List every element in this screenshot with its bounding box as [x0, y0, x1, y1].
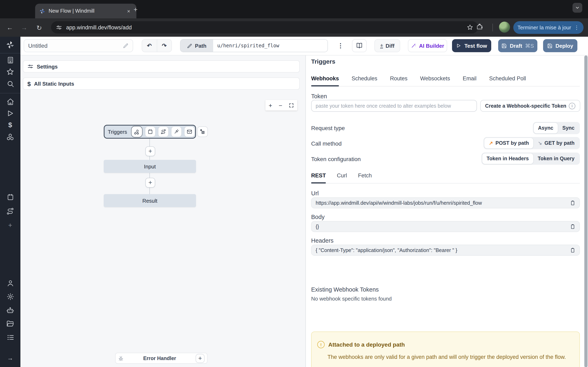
- zoom-out-icon[interactable]: −: [279, 102, 282, 108]
- triggers-node[interactable]: Triggers: [104, 125, 196, 139]
- diff-icon: ±: [380, 43, 383, 49]
- sidebar-item-home[interactable]: [6, 97, 15, 106]
- sidebar-item-workspace[interactable]: [6, 55, 15, 64]
- chrome-update-button[interactable]: Terminer la mise à jour ⋮: [513, 21, 584, 34]
- tab-rest[interactable]: REST: [311, 171, 326, 183]
- body-value: {}: [316, 224, 570, 229]
- result-node[interactable]: Result: [104, 194, 196, 207]
- create-token-button[interactable]: Create a Webhook-specific Token i: [480, 100, 580, 112]
- redo-icon[interactable]: ↷: [157, 42, 172, 49]
- ai-builder-button[interactable]: AI Builder: [408, 39, 447, 52]
- undo-icon[interactable]: ↶: [142, 42, 156, 49]
- more-options-kebab-icon[interactable]: ⋮: [336, 39, 346, 52]
- tab-email[interactable]: Email: [463, 74, 476, 86]
- copy-clipboard-icon[interactable]: [570, 224, 575, 229]
- fit-view-icon[interactable]: [289, 103, 294, 108]
- call-method-get[interactable]: ↘ GET by path: [534, 138, 579, 149]
- input-node[interactable]: Input: [104, 160, 196, 173]
- panel-scrollbar[interactable]: [584, 55, 588, 367]
- sidebar-item-create[interactable]: +: [6, 221, 15, 230]
- webhook-trigger-icon[interactable]: [131, 126, 143, 137]
- headers-field[interactable]: { "Content-Type": "application/json", "A…: [311, 245, 580, 256]
- copy-clipboard-icon[interactable]: [570, 200, 575, 206]
- url-field[interactable]: https://app.windmill.dev/api/w/windmill-…: [311, 197, 580, 208]
- sidebar-item-resources[interactable]: [6, 133, 15, 142]
- sidebar-item-search[interactable]: [6, 79, 15, 88]
- docs-button[interactable]: [352, 39, 367, 52]
- static-inputs-bar[interactable]: $ All Static Inputs: [23, 77, 300, 90]
- tab-curl[interactable]: Curl: [337, 171, 347, 183]
- back-icon[interactable]: ←: [5, 23, 15, 33]
- tab-fetch[interactable]: Fetch: [358, 171, 372, 183]
- sidebar-expand-icon[interactable]: →: [6, 353, 15, 362]
- tab-schedules[interactable]: Schedules: [352, 74, 377, 86]
- site-settings-icon[interactable]: [56, 24, 62, 30]
- token-in-headers[interactable]: Token in Headers: [482, 153, 533, 164]
- request-type-async[interactable]: Async: [534, 123, 558, 133]
- warning-header: ! Attached to a deployed path: [317, 341, 567, 348]
- reload-icon[interactable]: ↻: [34, 23, 44, 33]
- request-type-sync[interactable]: Sync: [558, 123, 579, 133]
- sidebar-item-routes[interactable]: [6, 207, 15, 216]
- dollar-icon: $: [27, 80, 31, 87]
- body-field[interactable]: {}: [311, 221, 580, 232]
- chrome-menu-kebab-icon[interactable]: ⋮: [574, 25, 579, 31]
- bookmark-star-icon[interactable]: [467, 24, 473, 31]
- app-sidebar: $ +: [0, 37, 20, 367]
- settings-bar[interactable]: Settings: [23, 60, 300, 73]
- tab-webhooks[interactable]: Webhooks: [311, 74, 339, 86]
- tab-scheduled-poll[interactable]: Scheduled Poll: [489, 74, 526, 86]
- sidebar-item-settings[interactable]: [6, 292, 15, 301]
- sidebar-item-audit-logs[interactable]: [6, 333, 15, 342]
- diff-button[interactable]: ± Diff: [374, 39, 400, 52]
- sidebar-item-variables[interactable]: $: [6, 121, 15, 130]
- flow-name-button[interactable]: Untitled: [24, 39, 133, 52]
- tab-search-chevron-icon[interactable]: [572, 3, 582, 13]
- path-input[interactable]: [213, 40, 328, 52]
- add-step-button[interactable]: +: [145, 146, 155, 156]
- error-handler-label: Error Handler: [124, 355, 196, 361]
- tab-websockets[interactable]: Websockets: [420, 74, 450, 86]
- sidebar-item-workers[interactable]: [6, 306, 15, 315]
- url-bar[interactable]: app.windmill.dev/flows/add: [51, 21, 478, 33]
- websocket-trigger-icon[interactable]: [171, 126, 182, 137]
- flow-canvas[interactable]: Settings $ All Static Inputs + −: [20, 55, 305, 367]
- call-method-post-label: POST by path: [495, 140, 529, 146]
- sidebar-item-runs[interactable]: [6, 109, 15, 118]
- browser-tab[interactable]: New Flow | Windmill ×: [35, 4, 136, 18]
- add-error-handler-button[interactable]: +: [196, 354, 205, 363]
- tab-routes[interactable]: Routes: [390, 74, 407, 86]
- path-chip[interactable]: Path: [181, 39, 213, 52]
- tab-close-icon[interactable]: ×: [125, 7, 132, 15]
- sidebar-item-folders[interactable]: [6, 319, 15, 328]
- call-method-post[interactable]: ↗ POST by path: [484, 138, 534, 149]
- forward-icon[interactable]: →: [19, 23, 29, 33]
- request-type-label: Request type: [311, 125, 345, 131]
- windmill-logo-icon[interactable]: [6, 40, 15, 49]
- sidebar-item-users[interactable]: [6, 278, 15, 287]
- settings-label: Settings: [37, 63, 58, 69]
- scheduled-poll-trigger-icon[interactable]: [197, 126, 208, 137]
- profile-avatar[interactable]: [499, 22, 510, 33]
- add-step-button[interactable]: +: [145, 178, 155, 188]
- call-method-label: Call method: [311, 140, 342, 147]
- new-tab-icon[interactable]: +: [134, 6, 138, 14]
- error-handler-bar[interactable]: Error Handler +: [115, 353, 208, 364]
- token-config-label: Token configuration: [311, 156, 361, 162]
- test-flow-button[interactable]: Test flow: [452, 39, 491, 52]
- extensions-icon[interactable]: [476, 23, 483, 30]
- zoom-in-icon[interactable]: +: [269, 102, 272, 108]
- request-type-toggle: Async Sync: [533, 122, 580, 134]
- draft-button[interactable]: Draft ⌘S: [498, 39, 537, 52]
- schedule-trigger-icon[interactable]: [145, 126, 156, 137]
- deploy-button[interactable]: Deploy: [543, 39, 577, 52]
- copy-clipboard-icon[interactable]: [570, 248, 575, 253]
- edit-pencil-icon[interactable]: [123, 43, 129, 49]
- token-in-query[interactable]: Token in Query: [533, 153, 579, 164]
- route-trigger-icon[interactable]: [158, 126, 169, 137]
- path-group: Path: [180, 39, 328, 52]
- sidebar-item-schedules[interactable]: [6, 192, 15, 201]
- email-trigger-icon[interactable]: [184, 126, 195, 137]
- sidebar-item-favorites[interactable]: [6, 67, 15, 76]
- token-input[interactable]: [311, 100, 477, 112]
